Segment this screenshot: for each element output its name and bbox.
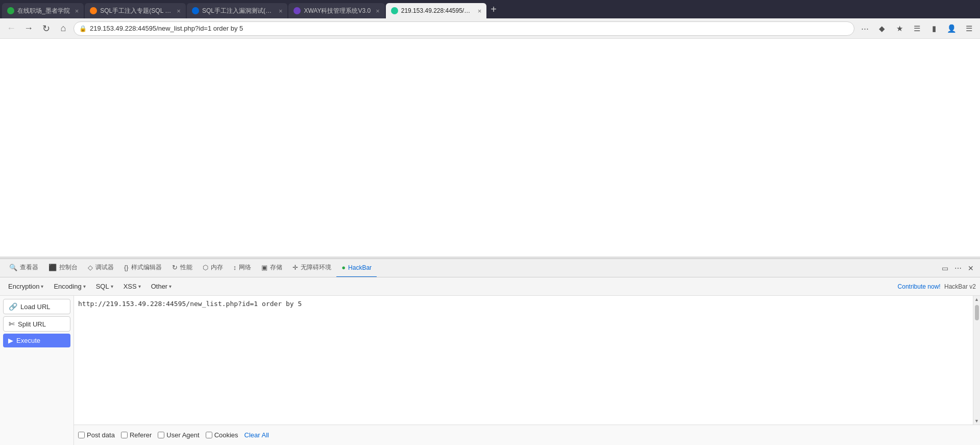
hackbar-url-input[interactable] [74,296,973,425]
xss-menu[interactable]: XSS ▾ [119,281,145,292]
encryption-label: Encryption [8,283,39,290]
user-agent-checkbox[interactable] [158,432,164,438]
user-agent-checkbox-group[interactable]: User Agent [158,431,199,439]
tab-favicon-tab3 [192,7,199,14]
browser-tab-tab5[interactable]: 219.153.49.228:44595/new_list.p...× [386,3,487,18]
load-url-label: Load URL [20,303,51,311]
browser-tab-tab1[interactable]: 在线职场_墨者学院× [2,3,84,18]
devtools-tab-storage[interactable]: ▣存储 [256,259,287,277]
bookmark-button[interactable]: ★ [892,21,906,36]
devtools-tab-label-hackbar: HackBar [348,264,372,271]
cookies-checkbox-group[interactable]: Cookies [206,431,238,439]
sql-arrow: ▾ [111,284,113,289]
devtools-dock-button[interactable]: ▭ [940,262,950,274]
tab-close-tab1[interactable]: × [75,7,79,15]
devtools-tab-label-inspector: 查看器 [20,263,38,272]
hackbar-version: HackBar v2 [944,283,976,290]
other-menu[interactable]: Other ▾ [147,281,176,292]
tab-label-tab3: SQL手工注入漏洞测试(MySQL... [202,7,274,15]
hackbar-left-panel: 🔗 Load URL ✄ Split URL ▶ Execute [0,296,74,445]
hackbar-panel: Encryption ▾ Encoding ▾ SQL ▾ XSS ▾ Othe… [0,277,980,445]
reload-button[interactable]: ↻ [39,21,53,36]
scroll-up-arrow[interactable]: ▲ [973,296,980,303]
devtools-tab-icon-accessibility: ✛ [292,264,298,271]
devtools-tab-icon-hackbar: ● [341,264,346,271]
clear-all-button[interactable]: Clear All [244,431,269,439]
devtools-tab-memory[interactable]: ⬡内存 [198,259,228,277]
devtools-tab-icon-inspector: 🔍 [9,264,17,271]
scroll-thumb[interactable] [975,305,979,320]
new-tab-button[interactable]: + [487,4,500,15]
devtools-tab-label-storage: 存储 [270,263,282,272]
execute-label: Execute [16,337,40,344]
tab-close-tab2[interactable]: × [177,7,181,15]
load-url-button[interactable]: 🔗 Load URL [3,299,70,314]
referer-checkbox[interactable] [121,432,128,438]
encryption-menu[interactable]: Encryption ▾ [4,281,47,292]
user-agent-label: User Agent [166,431,199,439]
back-button[interactable]: ← [4,21,18,36]
xss-label: XSS [124,283,137,290]
devtools-tab-accessibility[interactable]: ✛无障碍环境 [287,259,336,277]
xss-arrow: ▾ [138,284,141,289]
hackbar-body: 🔗 Load URL ✄ Split URL ▶ Execute [0,296,980,445]
tab-favicon-tab5 [391,7,398,14]
devtools-tab-debugger[interactable]: ◇调试器 [83,259,119,277]
encryption-arrow: ▾ [41,284,43,289]
devtools-tab-hackbar[interactable]: ●HackBar [336,259,377,277]
tab-label-tab1: 在线职场_墨者学院 [17,7,70,15]
devtools-tab-performance[interactable]: ↻性能 [167,259,198,277]
scroll-track [973,303,980,417]
home-button[interactable]: ⌂ [56,21,70,36]
sidebar-toggle[interactable]: ▮ [927,21,941,36]
hackbar-scrollbar-vertical: ▲ ▼ [973,296,980,425]
devtools-tab-icon-performance: ↻ [172,264,178,271]
cookies-label: Cookies [214,431,238,439]
browser-tab-tab2[interactable]: SQL手工注入专题(SQL Injectio...× [85,3,186,18]
post-data-checkbox[interactable] [78,432,85,438]
devtools-tab-inspector[interactable]: 🔍查看器 [4,259,43,277]
account-button[interactable]: 👤 [944,21,959,36]
browser-tab-tab3[interactable]: SQL手工注入漏洞测试(MySQL...× [187,3,288,18]
security-icon: 🔒 [79,25,87,32]
main-menu-button[interactable]: ☰ [962,21,976,36]
toolbar-right: ⋯ ◆ ★ ☰ ▮ 👤 ☰ [857,21,976,36]
referer-checkbox-group[interactable]: Referer [121,431,152,439]
cookies-checkbox[interactable] [206,432,212,438]
scroll-down-arrow[interactable]: ▼ [973,417,980,425]
contribute-link[interactable]: Contribute now! [898,283,941,290]
devtools-tab-icon-console: ⬛ [48,264,57,271]
forward-button[interactable]: → [21,21,36,36]
pocket-button[interactable]: ◆ [875,21,889,36]
devtools-close-button[interactable]: ✕ [966,262,976,274]
devtools-tab-style_editor[interactable]: {}样式编辑器 [119,259,167,277]
address-text: 219.153.49.228:44595/new_list.php?id=1 o… [90,25,849,32]
split-url-icon: ✄ [9,320,15,328]
encoding-arrow: ▾ [83,284,86,289]
devtools-tab-icon-network: ↕ [233,264,237,271]
hackbar-right-panel: ▲ ▼ Post data [74,296,980,445]
devtools-tab-network[interactable]: ↕网络 [228,259,257,277]
split-url-button[interactable]: ✄ Split URL [3,316,70,332]
hackbar-textarea-wrapper: ▲ ▼ [74,296,980,425]
encoding-menu[interactable]: Encoding ▾ [50,281,89,292]
tab-favicon-tab2 [90,7,97,14]
tab-close-tab5[interactable]: × [478,7,482,15]
devtools-panel: 🔍查看器⬛控制台◇调试器{}样式编辑器↻性能⬡内存↕网络▣存储✛无障碍环境●Ha… [0,259,980,445]
load-url-icon: 🔗 [9,302,17,311]
devtools-tab-icon-memory: ⬡ [203,264,208,271]
library-button[interactable]: ☰ [910,21,924,36]
browser-tab-tab4[interactable]: XWAY科技管理系统V3.0× [288,3,384,18]
more-options-button[interactable]: ⋯ [857,21,872,36]
devtools-more-button[interactable]: ⋯ [952,262,964,274]
post-data-checkbox-group[interactable]: Post data [78,431,115,439]
tab-favicon-tab1 [7,7,14,14]
devtools-tab-console[interactable]: ⬛控制台 [43,259,83,277]
address-bar[interactable]: 🔒 219.153.49.228:44595/new_list.php?id=1… [74,21,854,36]
tab-favicon-tab4 [293,7,301,14]
devtools-tab-label-accessibility: 无障碍环境 [301,263,331,272]
tab-close-tab4[interactable]: × [376,7,380,15]
tab-close-tab3[interactable]: × [279,7,283,15]
sql-menu[interactable]: SQL ▾ [92,281,117,292]
execute-button[interactable]: ▶ Execute [3,334,70,347]
